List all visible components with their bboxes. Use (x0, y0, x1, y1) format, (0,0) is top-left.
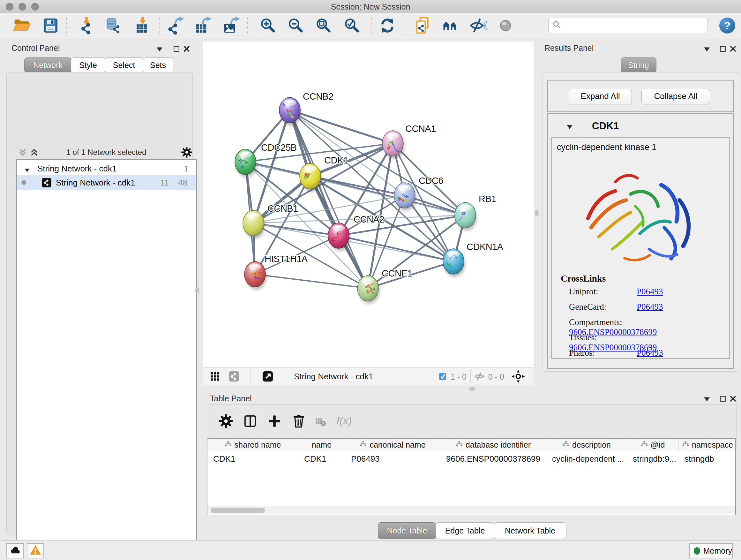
import-database-icon[interactable] (105, 17, 122, 35)
column-header-canonicalname[interactable]: canonical name (345, 439, 441, 451)
column-header-databaseidentifier[interactable]: database identifier (441, 439, 546, 451)
network-node-hist1h1a[interactable] (245, 261, 267, 290)
table-cell[interactable]: stringdb (679, 451, 737, 467)
column-header-sharedname[interactable]: shared name (207, 439, 298, 451)
network-node-ccne1[interactable] (357, 275, 380, 304)
delete-row-trash-icon[interactable] (291, 414, 306, 430)
network-node-rb1[interactable] (455, 202, 477, 231)
zoom-fit-icon[interactable] (315, 17, 333, 35)
tab-node-table[interactable]: Node Table (378, 522, 436, 539)
table-panel-close-icon[interactable] (729, 395, 737, 403)
node-table[interactable]: shared namenamecanonical namedatabase id… (207, 438, 736, 515)
entry-expander-icon[interactable] (566, 123, 574, 132)
control-panel-float-icon[interactable] (172, 45, 181, 53)
delete-column-icon[interactable] (314, 415, 327, 429)
network-canvas[interactable]: CCNB2CCNA1CDC25BCDK1CDC6RB1CCNB1CCNA2CDK… (203, 42, 534, 367)
table-cell[interactable]: cyclin-dependent ... (546, 451, 627, 467)
collection-expander-icon[interactable] (24, 166, 30, 176)
table-settings-gear-icon[interactable] (219, 414, 233, 430)
memory-button[interactable]: Memory (689, 543, 733, 558)
table-cell[interactable]: CDK1 (207, 451, 298, 467)
control-panel-close-icon[interactable] (183, 45, 191, 53)
import-table-icon[interactable] (134, 17, 151, 35)
hidden-eye-icon[interactable] (474, 371, 485, 383)
network-collection-row[interactable]: String Network - cdk1 1 (17, 162, 196, 175)
export-image-icon[interactable] (223, 17, 241, 35)
tab-edge-table[interactable]: Edge Table (435, 522, 494, 539)
export-table-icon[interactable] (194, 17, 212, 35)
table-cell[interactable]: stringdb:9... (627, 451, 679, 467)
help-button[interactable]: ? (719, 17, 735, 34)
column-header-namespace[interactable]: namespace (679, 439, 737, 451)
warnings-button[interactable] (27, 543, 44, 558)
control-panel-menu-icon[interactable] (156, 45, 164, 54)
grid-view-icon[interactable] (209, 370, 222, 384)
save-icon[interactable] (42, 17, 59, 35)
results-panel-menu-icon[interactable] (703, 45, 711, 54)
selected-checkbox-icon[interactable] (438, 372, 448, 382)
table-row[interactable]: CDK1CDK1P064939606.ENSP00000378699cyclin… (207, 451, 735, 467)
results-panel: Expand All Collapse All CDK1 cyclin-depe… (542, 72, 739, 372)
show-columns-icon[interactable] (243, 414, 258, 430)
import-network-icon[interactable] (77, 17, 95, 35)
show-all-icon[interactable] (497, 17, 515, 35)
warning-icon (29, 544, 42, 557)
results-entry-box: CDK1 cyclin-dependent kinase 1 (547, 113, 734, 369)
network-node-ccnb2[interactable] (279, 98, 301, 126)
fit-selected-crosshair-icon[interactable] (511, 369, 525, 385)
network-share-icon[interactable] (227, 370, 241, 384)
network-options-gear-icon[interactable] (181, 146, 192, 159)
expand-all-button[interactable]: Expand All (569, 89, 632, 105)
node-label-rb1: RB1 (479, 194, 496, 204)
table-panel-float-icon[interactable] (719, 395, 727, 403)
tab-sets[interactable]: Sets (143, 57, 173, 73)
crosslink-row: Uniprot:P06493 (569, 287, 722, 302)
results-panel-float-icon[interactable] (719, 45, 727, 53)
crosslink-link[interactable]: P06493 (636, 287, 663, 296)
table-horizontal-scrollbar[interactable] (207, 506, 735, 514)
network-node-cdkn1a[interactable] (443, 249, 465, 277)
open-in-window-icon[interactable] (261, 370, 274, 384)
export-network-icon[interactable] (167, 17, 185, 35)
search-input[interactable] (564, 19, 708, 32)
tab-select[interactable]: Select (105, 57, 143, 73)
crosslinks-list: Uniprot:P06493GeneCard:P06493Compartment… (569, 287, 722, 363)
table-panel-menu-icon[interactable] (703, 395, 711, 403)
crosslink-link[interactable]: P06493 (636, 348, 663, 358)
scrollbar-thumb[interactable] (211, 508, 265, 513)
network-node-cdc6[interactable] (394, 183, 416, 211)
function-builder-icon[interactable]: f(x) (336, 413, 353, 431)
right-splitter-handle[interactable] (535, 210, 539, 216)
tab-network[interactable]: Network (24, 57, 71, 73)
main-toolbar: ? (0, 13, 741, 38)
bottom-splitter-handle[interactable] (469, 387, 475, 391)
table-cell[interactable]: P06493 (345, 451, 441, 467)
collapse-all-button[interactable]: Collapse All (642, 89, 710, 105)
zoom-in-icon[interactable] (259, 17, 277, 35)
zoom-selected-icon[interactable] (343, 17, 361, 35)
crosslink-link[interactable]: P06493 (636, 302, 663, 312)
table-cell[interactable]: 9606.ENSP00000378699 (441, 451, 546, 467)
cloud-button[interactable] (6, 543, 23, 558)
toolbar-separator (247, 16, 248, 36)
left-splitter-handle[interactable] (195, 287, 199, 294)
clone-network-icon[interactable] (414, 17, 431, 35)
tab-string[interactable]: String (621, 57, 657, 73)
hide-selected-icon[interactable] (469, 17, 487, 35)
column-header-description[interactable]: description (546, 439, 627, 451)
tab-network-table[interactable]: Network Table (494, 522, 566, 539)
open-icon[interactable] (13, 17, 30, 35)
zoom-out-icon[interactable] (287, 17, 305, 35)
column-header-name[interactable]: name (298, 439, 345, 451)
table-header-row: shared namenamecanonical namedatabase id… (207, 439, 735, 451)
results-panel-close-icon[interactable] (729, 45, 737, 53)
column-header-id[interactable]: @id (627, 439, 679, 451)
add-column-icon[interactable] (267, 414, 282, 430)
entry-detail-box: cyclin-dependent kinase 1 (551, 137, 730, 359)
network-row[interactable]: String Network - cdk1 11 48 (17, 175, 196, 190)
tab-style[interactable]: Style (71, 57, 105, 73)
first-neighbors-icon[interactable] (441, 17, 459, 35)
network-node-ccna2[interactable] (328, 223, 350, 251)
refresh-icon[interactable] (379, 17, 396, 35)
table-cell[interactable]: CDK1 (298, 451, 345, 467)
